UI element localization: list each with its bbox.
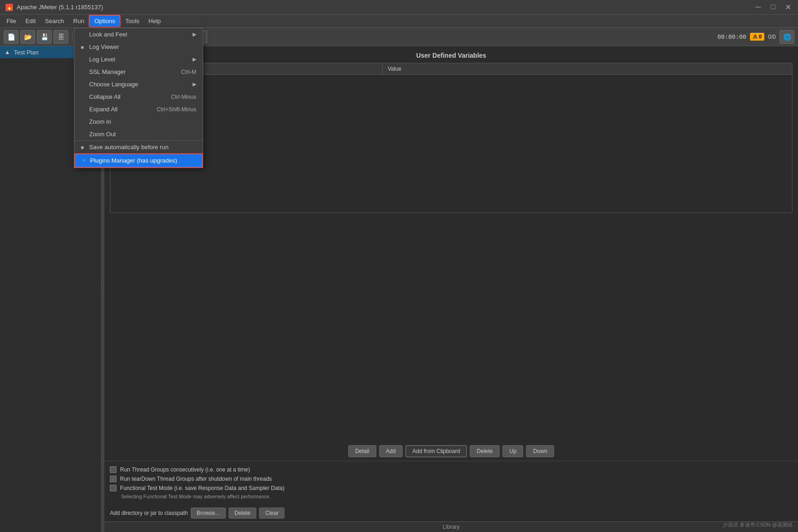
warning-badge: ⚠ 0 [750,33,764,41]
arrow-1: ▶ [193,31,196,37]
toolbar-new[interactable]: 📄 [4,30,18,44]
action-buttons: Detail Add Add from Clipboard Delete Up … [104,441,798,461]
close-button[interactable]: ✕ [783,3,792,12]
up-button[interactable]: Up [502,445,523,457]
dropdown-look-and-feel[interactable]: Look and Feel ▶ [74,28,203,41]
dropdown-item-label-2: Log Viewer [89,43,119,50]
checkmark-10: ■ [81,145,89,150]
checkbox-3[interactable] [110,485,116,491]
toolbar-save[interactable]: 💾 [37,30,52,44]
dropdown-item-label-10: Save automatically before run [89,144,169,151]
table-col-value: Value [383,63,792,74]
dropdown-zoom-in[interactable]: Zoom In [74,115,203,128]
delete-button[interactable]: Delete [470,445,500,457]
dropdown-zoom-out[interactable]: Zoom Out [74,128,203,140]
toolbar-globe[interactable]: 🌐 [780,30,794,44]
dropdown-item-label: Look and Feel [89,31,127,38]
menu-tools[interactable]: Tools [121,16,144,26]
title-bar: 🔥 Apache JMeter (5.1.1 r1855137) ─ □ ✕ [0,0,798,15]
shortcut-expand: Ctrl+Shift-Minus [157,106,196,113]
arrow-3: ▶ [193,56,196,62]
dropdown-item-label-8: Zoom In [89,118,111,125]
dropdown-plugins-manager[interactable]: ✦ Plugins Manager (has upgrades) [74,153,203,168]
app-icon: 🔥 [6,4,13,11]
dropdown-item-label-11: Plugins Manager (has upgrades) [90,157,177,164]
menu-file[interactable]: File [2,16,21,26]
shortcut-ssl: Ctrl-M [181,69,196,75]
dropdown-item-label-5: Choose Language [89,81,138,88]
tree-item-label: Test Plan [14,49,38,56]
checkmark-2: ■ [81,44,89,50]
options-section: Run Thread Groups consecutively (i.e. on… [104,461,798,505]
timer-display: 00:00:00 [718,33,747,40]
classpath-section: Add directory or jar to classpath Browse… [104,505,798,521]
dropdown-item-label-3: Log Level [89,56,115,63]
dropdown-expand-all[interactable]: Expand All Ctrl+Shift-Minus [74,103,203,115]
toolbar-separator-1 [72,31,73,42]
classpath-delete-button[interactable]: Delete [229,508,257,519]
maximize-button[interactable]: □ [768,3,778,12]
dropdown-log-viewer[interactable]: ■ Log Viewer [74,41,203,53]
add-button[interactable]: Add [379,445,403,457]
checkbox-row-1: Run Thread Groups consecutively (i.e. on… [110,465,792,474]
dropdown-save-auto[interactable]: ■ Save automatically before run [74,140,203,153]
checkbox-row-2: ✓ Run tearDown Thread Groups after shutd… [110,474,792,484]
dropdown-overlay: Look and Feel ▶ ■ Log Viewer Log Level ▶… [74,28,203,168]
menu-edit[interactable]: Edit [21,16,40,26]
checkbox-2[interactable]: ✓ [110,476,116,482]
dropdown-item-label-9: Zoom Out [89,131,116,138]
menu-search[interactable]: Search [40,16,68,26]
progress-display: 0/0 [768,34,776,40]
dropdown-choose-language[interactable]: Choose Language ▶ [74,78,203,91]
minimize-button[interactable]: ─ [754,3,763,12]
dropdown-item-label-4: SSL Manager [89,68,126,75]
add-from-clipboard-button[interactable]: Add from Clipboard [405,445,467,457]
title-bar-text: Apache JMeter (5.1.1 r1855137) [17,4,103,11]
watermark: 少说话 多读书 CSDN @花测试 [723,521,792,528]
dropdown-log-level[interactable]: Log Level ▶ [74,53,203,66]
dropdown-item-label-6: Collapse All [89,93,121,100]
right-panel: User Defined Variables Name: Value Detai… [104,46,798,532]
content-area: User Defined Variables Name: Value [104,46,798,441]
toolbar-right: 00:00:00 ⚠ 0 0/0 🌐 [718,30,795,44]
menu-bar: File Edit Search Run Options Tools Help [0,15,798,28]
menu-options[interactable]: Options [89,15,121,27]
dropdown-item-label-7: Expand All [89,106,117,113]
library-row: Library [104,521,798,532]
dropdown-ssl-manager[interactable]: SSL Manager Ctrl-M [74,66,203,78]
dropdown-menu: Look and Feel ▶ ■ Log Viewer Log Level ▶… [74,28,203,168]
down-button[interactable]: Down [526,445,554,457]
toolbar-save-as[interactable]: 🗄 [54,30,68,44]
table-header: Name: Value [110,63,792,74]
tree-item-icon: ▲ [4,48,11,56]
checkbox-label-2: Run tearDown Thread Groups after shutdow… [120,476,272,482]
shortcut-collapse: Ctrl-Minus [171,94,196,100]
section-title: User Defined Variables [110,52,792,59]
menu-help[interactable]: Help [144,16,166,26]
classpath-label: Add directory or jar to classpath [110,510,188,516]
arrow-5: ▶ [193,81,196,87]
detail-button[interactable]: Detail [348,445,376,457]
menu-run[interactable]: Run [69,16,89,26]
checkbox-label-1: Run Thread Groups consecutively (i.e. on… [120,466,250,473]
clear-button[interactable]: Clear [259,508,284,519]
note-text: Selecting Functional Test Mode may adver… [110,493,792,501]
table-body [110,74,792,213]
plugin-icon: ✦ [82,157,90,163]
dropdown-collapse-all[interactable]: Collapse All Ctrl-Minus [74,91,203,103]
checkbox-1[interactable] [110,466,116,473]
checkbox-label-3: Functional Test Mode (i.e. save Response… [120,485,284,491]
window-controls: ─ □ ✕ [754,3,792,12]
library-label: Library [443,524,460,530]
checkbox-row-3: Functional Test Mode (i.e. save Response… [110,484,792,493]
browse-button[interactable]: Browse... [191,508,226,519]
toolbar-open[interactable]: 📂 [20,30,35,44]
